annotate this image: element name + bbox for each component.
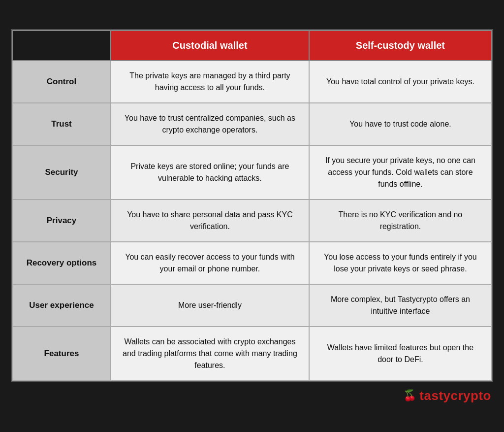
- table-row: User experienceMore user-friendlyMore co…: [12, 284, 492, 327]
- row-custodial-value: You have to trust centralized companies,…: [111, 103, 309, 145]
- row-selfcustody-value: You lose access to your funds entirely i…: [309, 242, 492, 284]
- header-selfcustody: Self-custody wallet: [309, 31, 492, 61]
- table-row: PrivacyYou have to share personal data a…: [12, 199, 492, 242]
- row-label: Privacy: [12, 199, 111, 242]
- table-row: TrustYou have to trust centralized compa…: [12, 103, 492, 145]
- table-row: SecurityPrivate keys are stored online; …: [12, 145, 492, 199]
- row-selfcustody-value: You have total control of your private k…: [309, 61, 492, 103]
- row-label: Trust: [12, 103, 111, 145]
- row-custodial-value: You have to share personal data and pass…: [111, 199, 309, 242]
- row-selfcustody-value: If you secure your private keys, no one …: [309, 145, 492, 199]
- cherry-icon: 🍒: [403, 389, 416, 402]
- brand-name: tastycrypto: [419, 388, 491, 403]
- row-selfcustody-value: More complex, but Tastycrypto offers an …: [309, 284, 492, 327]
- branding-section: 🍒 tastycrypto: [11, 388, 493, 403]
- comparison-table-wrapper: Custodial wallet Self-custody wallet Con…: [11, 29, 493, 382]
- row-custodial-value: The private keys are managed by a third …: [111, 61, 309, 103]
- table-row: FeaturesWallets can be associated with c…: [12, 327, 492, 381]
- row-selfcustody-value: There is no KYC verification and no regi…: [309, 199, 492, 242]
- brand-name-plain: tasty: [419, 388, 450, 403]
- table-row: Recovery optionsYou can easily recover a…: [12, 242, 492, 284]
- header-col1: [12, 31, 111, 61]
- table-row: ControlThe private keys are managed by a…: [12, 61, 492, 103]
- row-custodial-value: More user-friendly: [111, 284, 309, 327]
- row-custodial-value: Wallets can be associated with crypto ex…: [111, 327, 309, 381]
- brand-logo: 🍒 tastycrypto: [403, 388, 491, 403]
- row-label: Features: [12, 327, 111, 381]
- row-selfcustody-value: Wallets have limited features but open t…: [309, 327, 492, 381]
- row-label: Security: [12, 145, 111, 199]
- row-custodial-value: You can easily recover access to your fu…: [111, 242, 309, 284]
- row-label: User experience: [12, 284, 111, 327]
- header-custodial: Custodial wallet: [111, 31, 309, 61]
- row-label: Recovery options: [12, 242, 111, 284]
- page-container: Custodial wallet Self-custody wallet Con…: [0, 0, 504, 432]
- row-label: Control: [12, 61, 111, 103]
- row-selfcustody-value: You have to trust code alone.: [309, 103, 492, 145]
- comparison-table: Custodial wallet Self-custody wallet Con…: [12, 30, 492, 381]
- row-custodial-value: Private keys are stored online; your fun…: [111, 145, 309, 199]
- brand-name-accent: crypto: [451, 388, 491, 403]
